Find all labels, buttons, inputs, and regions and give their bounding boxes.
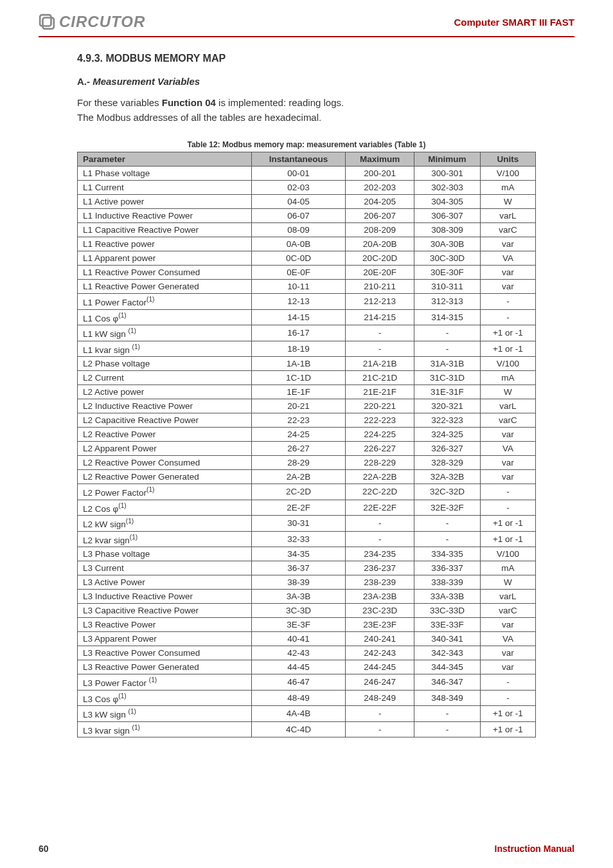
cell-parameter-text: L2 Current xyxy=(83,373,124,383)
section-heading: 4.9.3. MODBUS MEMORY MAP xyxy=(77,53,536,64)
cell-n: 304-305 xyxy=(414,195,481,209)
cell-i: 2C-2D xyxy=(251,484,345,500)
cell-x: 244-245 xyxy=(346,660,414,674)
cell-i: 4A-4B xyxy=(251,706,345,722)
cell-parameter-text: L2 kW sign xyxy=(83,520,126,529)
cell-i: 06-07 xyxy=(251,209,345,223)
cell-x: 22E-22F xyxy=(346,500,414,516)
cell-n: 33C-33D xyxy=(414,604,481,618)
cell-x: 21C-21D xyxy=(346,371,414,385)
cell-parameter: L1 Apparent power xyxy=(78,251,252,266)
table-row: L2 Power Factor(1)2C-2D22C-22D32C-32D- xyxy=(78,484,536,500)
cell-x: 208-209 xyxy=(346,223,414,237)
cell-i: 0C-0D xyxy=(251,251,345,266)
cell-i: 1E-1F xyxy=(251,385,345,399)
cell-n: 344-345 xyxy=(414,660,481,674)
cell-u: mA xyxy=(480,561,535,575)
cell-parameter-text: L3 Reactive Power Consumed xyxy=(83,648,200,658)
cell-n: 320-321 xyxy=(414,399,481,413)
cell-parameter: L1 Power Factor(1) xyxy=(78,294,252,310)
cell-parameter: L2 Power Factor(1) xyxy=(78,484,252,500)
cell-parameter: L1 Phase voltage xyxy=(78,167,252,181)
cell-u: +1 or -1 xyxy=(480,721,535,737)
cell-parameter: L3 Reactive Power xyxy=(78,618,252,632)
cell-i: 42-43 xyxy=(251,646,345,660)
sub-italic: Measurement Variables xyxy=(93,76,200,87)
cell-u: W xyxy=(480,575,535,590)
table-row: L2 kvar sign(1)32-33--+1 or -1 xyxy=(78,531,536,547)
cell-n: - xyxy=(414,531,481,547)
cell-parameter: L3 Power Factor (1) xyxy=(78,674,252,691)
cell-parameter: L2 Reactive Power xyxy=(78,428,252,442)
cell-u: +1 or -1 xyxy=(480,325,535,341)
cell-parameter: L2 Capacitive Reactive Power xyxy=(78,413,252,428)
table-row: L1 Inductive Reactive Power06-07206-2073… xyxy=(78,209,536,223)
cell-u: var xyxy=(480,470,535,484)
cell-x: - xyxy=(346,721,414,737)
cell-parameter-text: L1 Reactive Power Generated xyxy=(83,282,199,291)
body-text-1c: is implemented: reading logs. xyxy=(216,97,344,108)
cell-i: 24-25 xyxy=(251,428,345,442)
cell-x: 200-201 xyxy=(346,167,414,181)
cell-parameter: L3 Current xyxy=(78,561,252,575)
table-row: L3 Reactive Power Consumed42-43242-24334… xyxy=(78,646,536,660)
page-header: CIRCUTOR Computer SMART III FAST xyxy=(0,0,613,36)
cell-parameter-text: L1 Cos φ xyxy=(83,313,118,323)
cell-n: 306-307 xyxy=(414,209,481,223)
cell-parameter-text: L2 Active power xyxy=(83,387,144,397)
cell-parameter-text: L2 Cos φ xyxy=(83,503,118,513)
cell-u: V/100 xyxy=(480,357,535,371)
table-row: L3 Reactive Power Generated44-45244-2453… xyxy=(78,660,536,674)
cell-u: V/100 xyxy=(480,547,535,561)
cell-i: 48-49 xyxy=(251,690,345,706)
cell-u: +1 or -1 xyxy=(480,516,535,532)
cell-x: - xyxy=(346,516,414,532)
cell-x: 20A-20B xyxy=(346,237,414,251)
table-row: L3 Capacitive Reactive Power3C-3D23C-23D… xyxy=(78,604,536,618)
cell-parameter: L1 Reactive Power Generated xyxy=(78,280,252,294)
cell-n: - xyxy=(414,706,481,722)
modbus-table: Parameter Instantaneous Maximum Minimum … xyxy=(77,152,536,737)
cell-x: 228-229 xyxy=(346,456,414,470)
body-text-1b: Function 04 xyxy=(162,97,216,108)
cell-u: var xyxy=(480,646,535,660)
cell-parameter: L3 Active Power xyxy=(78,575,252,590)
cell-i: 40-41 xyxy=(251,632,345,646)
cell-i: 3A-3B xyxy=(251,590,345,604)
cell-u: - xyxy=(480,309,535,325)
body-text: For these variables Function 04 is imple… xyxy=(77,96,536,125)
cell-u: var xyxy=(480,266,535,280)
cell-u: - xyxy=(480,500,535,516)
sub-sep: .- xyxy=(84,76,93,87)
cell-parameter-text: L1 kW sign xyxy=(83,329,129,339)
cell-i: 18-19 xyxy=(251,341,345,357)
cell-n: 32C-32D xyxy=(414,484,481,500)
cell-i: 00-01 xyxy=(251,167,345,181)
th-maximum: Maximum xyxy=(346,152,414,167)
cell-parameter: L1 Reactive Power Consumed xyxy=(78,266,252,280)
cell-parameter-text: L1 Capacitive Reactive Power xyxy=(83,225,199,235)
cell-u: varC xyxy=(480,604,535,618)
cell-x: 23A-23B xyxy=(346,590,414,604)
cell-n: 312-313 xyxy=(414,294,481,310)
header-rule xyxy=(39,36,574,37)
cell-u: - xyxy=(480,674,535,691)
table-row: L1 Reactive Power Consumed0E-0F20E-20F30… xyxy=(78,266,536,280)
table-row: L1 Reactive power0A-0B20A-20B30A-30Bvar xyxy=(78,237,536,251)
cell-parameter: L3 kW sign (1) xyxy=(78,706,252,722)
cell-u: - xyxy=(480,294,535,310)
cell-n: 326-327 xyxy=(414,442,481,456)
cell-i: 04-05 xyxy=(251,195,345,209)
cell-n: 322-323 xyxy=(414,413,481,428)
cell-i: 14-15 xyxy=(251,309,345,325)
cell-x: 242-243 xyxy=(346,646,414,660)
cell-x: 206-207 xyxy=(346,209,414,223)
cell-i: 3C-3D xyxy=(251,604,345,618)
cell-u: V/100 xyxy=(480,167,535,181)
cell-parameter-text: L3 kW sign xyxy=(83,710,129,719)
table-row: L1 kvar sign (1)18-19--+1 or -1 xyxy=(78,341,536,357)
cell-parameter-text: L3 Power Factor xyxy=(83,678,149,688)
cell-n: 33A-33B xyxy=(414,590,481,604)
cell-x: 214-215 xyxy=(346,309,414,325)
cell-n: 334-335 xyxy=(414,547,481,561)
